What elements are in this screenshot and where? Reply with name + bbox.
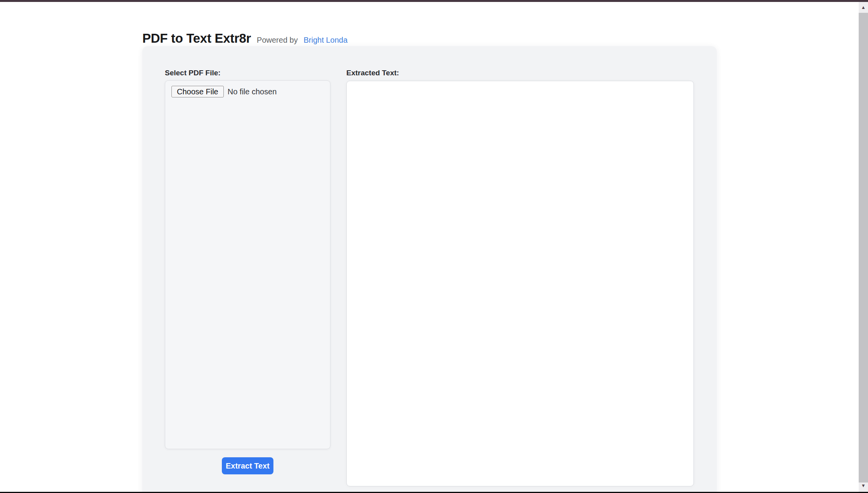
scroll-up-icon[interactable]: ▲: [859, 2, 868, 13]
select-pdf-label: Select PDF File:: [165, 69, 221, 77]
page-header: PDF to Text Extr8r Powered by Bright Lon…: [142, 31, 348, 46]
powered-by-text: Powered by: [257, 36, 298, 45]
file-drop-panel: Choose File No file chosen: [165, 80, 330, 449]
extracted-text-area[interactable]: [346, 81, 694, 486]
extract-text-button[interactable]: Extract Text: [222, 457, 273, 474]
file-input-row: Choose File No file chosen: [171, 86, 324, 97]
browser-top-bar: [0, 0, 868, 2]
main-card: Select PDF File: Choose File No file cho…: [142, 46, 717, 493]
scroll-down-icon[interactable]: ▼: [859, 480, 868, 491]
choose-file-button[interactable]: Choose File: [171, 86, 224, 97]
vertical-scrollbar[interactable]: ▲ ▼: [859, 2, 868, 492]
brand-link[interactable]: Bright Londa: [304, 36, 348, 45]
scrollbar-thumb[interactable]: [859, 13, 868, 483]
extracted-text-label: Extracted Text:: [346, 69, 399, 77]
page-title: PDF to Text Extr8r: [142, 31, 251, 46]
no-file-chosen-text: No file chosen: [228, 87, 277, 96]
